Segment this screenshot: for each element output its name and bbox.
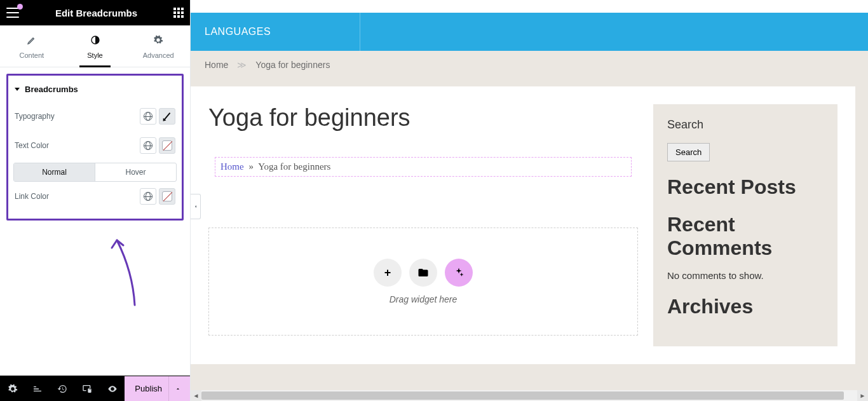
- divider: [360, 13, 360, 51]
- theme-sidebar: Search Search Recent Posts Recent Commen…: [653, 104, 837, 346]
- panel-title: Edit Breadcrumbs: [19, 8, 173, 18]
- global-color-button[interactable]: [140, 188, 156, 205]
- panel-footer: Publish: [0, 376, 190, 401]
- pencil-icon: [0, 35, 64, 48]
- page-title: Yoga for beginners: [208, 104, 638, 132]
- chevron-right-icon: ≫: [237, 60, 247, 70]
- breadcrumbs-style-section: Breadcrumbs Typography Text Color Normal…: [6, 74, 184, 221]
- state-normal[interactable]: Normal: [14, 163, 95, 181]
- no-color-icon: [162, 140, 172, 151]
- tab-advanced[interactable]: Advanced: [126, 25, 190, 67]
- tab-label: Content: [20, 51, 44, 59]
- add-template-button[interactable]: [409, 259, 437, 287]
- section-title: Breadcrumbs: [25, 85, 78, 94]
- collapse-panel-button[interactable]: [191, 194, 201, 219]
- globe-icon: [144, 192, 153, 201]
- link-color-control: Link Color: [13, 182, 177, 211]
- tab-label: Style: [87, 51, 102, 59]
- scroll-left[interactable]: ◄: [191, 390, 201, 401]
- control-label: Link Color: [15, 192, 49, 201]
- publish-button[interactable]: Publish: [125, 376, 190, 402]
- menu-button[interactable]: [6, 8, 19, 18]
- globe-icon: [144, 112, 153, 121]
- sidebar-search-title: Search: [667, 118, 824, 132]
- half-circle-icon: [64, 35, 127, 48]
- control-label: Text Color: [15, 141, 49, 150]
- state-hover[interactable]: Hover: [95, 163, 176, 181]
- no-color-icon: [162, 191, 172, 201]
- theme-breadcrumb: Home ≫ Yoga for beginners: [191, 51, 868, 79]
- history-button[interactable]: [50, 376, 75, 402]
- pencil-icon: [164, 112, 171, 120]
- settings-button[interactable]: [0, 376, 25, 402]
- widget-current: Yoga for beginners: [258, 161, 330, 172]
- sidebar-archives: Archives: [667, 295, 824, 318]
- text-color-control: Text Color: [13, 131, 177, 160]
- scroll-thumb[interactable]: [201, 391, 844, 400]
- color-picker-button[interactable]: [159, 137, 175, 154]
- section-toggle[interactable]: Breadcrumbs: [13, 79, 177, 102]
- preview-horizontal-scrollbar[interactable]: ◄ ►: [191, 390, 868, 401]
- tab-style[interactable]: Style: [64, 25, 127, 67]
- breadcrumb-home-link[interactable]: Home: [205, 60, 228, 70]
- preview-scroll[interactable]: LANGUAGES Home ≫ Yoga for beginners Yoga…: [191, 0, 868, 401]
- dropzone-hint: Drag widget here: [390, 294, 458, 304]
- global-color-button[interactable]: [140, 137, 156, 154]
- scroll-right[interactable]: ►: [857, 390, 868, 401]
- control-label: Typography: [15, 112, 55, 121]
- navigator-button[interactable]: [25, 376, 50, 402]
- tab-label: Advanced: [143, 51, 174, 59]
- widget-home-link[interactable]: Home: [220, 161, 244, 172]
- publish-options[interactable]: [168, 376, 186, 402]
- language-label: LANGUAGES: [205, 26, 271, 37]
- widget-separator: »: [248, 161, 254, 172]
- sidebar-recent-comments: Recent Comments: [667, 213, 824, 260]
- color-picker-button[interactable]: [159, 188, 175, 205]
- globe-icon: [144, 141, 153, 150]
- global-typography-button[interactable]: [140, 108, 156, 125]
- language-bar[interactable]: LANGUAGES: [191, 13, 868, 51]
- empty-widget-dropzone[interactable]: + Drag widget here: [208, 228, 638, 336]
- typography-control: Typography: [13, 102, 177, 131]
- caret-down-icon: [15, 88, 20, 91]
- editor-tabs: Content Style Advanced: [0, 25, 190, 67]
- ai-button[interactable]: [445, 259, 473, 287]
- add-widget-button[interactable]: +: [374, 259, 402, 287]
- gear-icon: [126, 35, 190, 48]
- responsive-button[interactable]: [75, 376, 100, 402]
- preview-button[interactable]: [100, 376, 125, 402]
- tab-content[interactable]: Content: [0, 25, 64, 67]
- sidebar-no-comments: No comments to show.: [667, 270, 824, 281]
- state-tabs: Normal Hover: [13, 163, 177, 182]
- breadcrumbs-widget[interactable]: Home » Yoga for beginners: [215, 157, 632, 177]
- preview-area: LANGUAGES Home ≫ Yoga for beginners Yoga…: [191, 0, 868, 401]
- widgets-grid-button[interactable]: [173, 8, 184, 18]
- sidebar-search-button[interactable]: Search: [667, 143, 710, 161]
- breadcrumb-current: Yoga for beginners: [255, 60, 330, 70]
- notification-dot: [17, 4, 23, 10]
- edit-typography-button[interactable]: [159, 108, 175, 125]
- sidebar-recent-posts: Recent Posts: [667, 175, 824, 199]
- publish-label: Publish: [135, 384, 162, 393]
